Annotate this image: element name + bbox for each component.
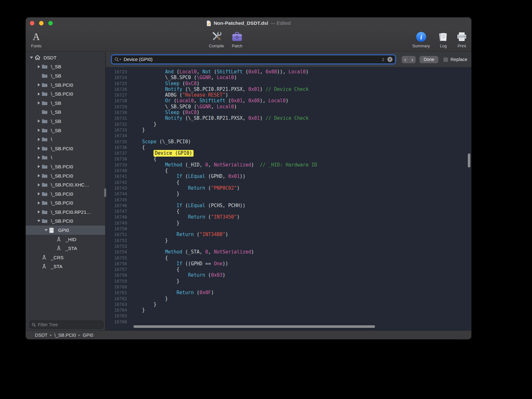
code-line: 16724 \_SB.SPC0 (\GGNR, Local0) bbox=[106, 75, 471, 80]
code-text: Scope (\_SB.PCI0) bbox=[127, 139, 191, 145]
disclosure-triangle-icon[interactable] bbox=[36, 138, 42, 141]
code-text: Or (Local0, ShiftLeft (0x01, 0x08), Loca… bbox=[127, 98, 289, 104]
toolbar-summary-button[interactable]: i Summary bbox=[412, 30, 430, 48]
code-line: 16736 { bbox=[106, 145, 471, 150]
line-number: 16747 bbox=[106, 208, 127, 214]
window-title: Non-Patched_DSDT.dsl — Edited bbox=[26, 17, 471, 29]
tree-item-sta[interactable]: _STA bbox=[26, 262, 105, 271]
disclosure-triangle-icon[interactable] bbox=[36, 165, 42, 168]
find-input[interactable]: Device (GPI0) 2 × bbox=[112, 55, 395, 64]
tree-item-sb[interactable]: \_SB bbox=[26, 71, 105, 80]
close-window-button[interactable] bbox=[30, 21, 34, 25]
replace-checkbox[interactable] bbox=[443, 57, 448, 62]
tree-item-sb[interactable]: \_SB bbox=[26, 108, 105, 117]
disclosure-triangle-icon[interactable] bbox=[36, 174, 42, 177]
search-menu-icon[interactable] bbox=[114, 57, 122, 62]
code-line: 16742 { bbox=[106, 179, 471, 185]
toolbar-patch-button[interactable]: Patch bbox=[232, 30, 242, 48]
code-line: 16750 bbox=[106, 226, 471, 232]
disclosure-triangle-icon[interactable] bbox=[36, 92, 42, 96]
tree-item-sbpci0[interactable]: \_SB.PCI0 bbox=[26, 217, 105, 226]
tree-item-sb[interactable]: \_SB bbox=[26, 98, 105, 108]
disclosure-triangle-icon[interactable] bbox=[36, 183, 42, 186]
disclosure-triangle-icon[interactable] bbox=[36, 201, 42, 205]
filter-tree-input[interactable]: Filter Tree bbox=[29, 321, 104, 329]
tree-item-crs[interactable]: _CRS bbox=[26, 253, 105, 262]
disclosure-triangle-icon[interactable] bbox=[36, 65, 42, 68]
tree-item-sbpci0rp21[interactable]: \_SB.PCI0.RP21… bbox=[26, 207, 105, 217]
tree-item-sbpci0[interactable]: \_SB.PCI0 bbox=[26, 199, 105, 208]
disclosure-triangle-icon[interactable] bbox=[36, 129, 42, 132]
horizontal-scrollbar[interactable] bbox=[133, 325, 375, 328]
breadcrumb-item[interactable]: DSDT bbox=[35, 333, 47, 338]
tree-item-dsdt[interactable]: DSDT bbox=[26, 53, 105, 62]
breadcrumb-item[interactable]: GPI0 bbox=[83, 333, 93, 338]
tree-item-sbpci0xhc[interactable]: \_SB.PCI0.XHC… bbox=[26, 180, 105, 189]
tree-item-sb[interactable]: \_SB bbox=[26, 62, 105, 71]
method-icon bbox=[56, 237, 65, 242]
code-text: \_SB.SPC0 (\GGNR, Local0) bbox=[127, 75, 237, 80]
code-text: } bbox=[127, 278, 180, 284]
disclosure-triangle-icon[interactable] bbox=[36, 156, 42, 159]
line-number: 16746 bbox=[106, 203, 127, 208]
tree-item-[interactable]: \ bbox=[26, 135, 105, 144]
disclosure-triangle-icon[interactable] bbox=[36, 101, 42, 105]
editor-pane: Device (GPI0) 2 × ‹ › Done Replace 16723… bbox=[106, 52, 471, 330]
tree-item-label: GPI0 bbox=[58, 227, 69, 233]
disclosure-triangle-icon[interactable] bbox=[36, 220, 42, 222]
tree-item-sbpci0[interactable]: \_SB.PCI0 bbox=[26, 171, 105, 180]
find-prev-next-group: ‹ › bbox=[402, 56, 416, 63]
toolbar-print-button[interactable]: Print bbox=[456, 30, 467, 48]
tree-item-sb[interactable]: \_SB bbox=[26, 126, 105, 135]
folder-icon bbox=[42, 200, 50, 205]
find-next-button[interactable]: › bbox=[409, 56, 416, 63]
clear-search-icon[interactable]: × bbox=[387, 57, 392, 62]
code-lines: 16723 And (Local0, Not (ShiftLeft (0x01,… bbox=[106, 67, 471, 325]
tree-item-sbpci0[interactable]: \_SB.PCI0 bbox=[26, 189, 105, 199]
disclosure-triangle-icon[interactable] bbox=[43, 229, 49, 231]
code-line: 16752 } bbox=[106, 238, 471, 243]
tree-item-sbpci0[interactable]: \_SB.PCI0 bbox=[26, 80, 105, 90]
line-number: 16742 bbox=[106, 179, 127, 185]
titlebar: Non-Patched_DSDT.dsl — Edited bbox=[26, 17, 471, 29]
vertical-scrollbar[interactable] bbox=[468, 153, 470, 167]
tree-item-sbpci0[interactable]: \_SB.PCI0 bbox=[26, 144, 105, 153]
breadcrumb-item[interactable]: \_SB.PCI0 bbox=[54, 333, 76, 338]
minimize-window-button[interactable] bbox=[39, 21, 44, 25]
tree-item-sbpci0[interactable]: \_SB.PCI0 bbox=[26, 162, 105, 171]
tree-item-sb[interactable]: \_SB bbox=[26, 117, 105, 126]
tree-item-gpi0[interactable]: GPI0 bbox=[26, 226, 105, 235]
document-icon bbox=[206, 20, 211, 26]
tree-item-label: \_SB.PCI0 bbox=[51, 91, 73, 97]
code-line: 16726 Notify (\_SB.PCI0.RP21.PXSX, 0x01)… bbox=[106, 86, 471, 92]
method-icon bbox=[42, 264, 50, 269]
splitter-handle[interactable] bbox=[104, 188, 106, 197]
tree-item-label: _STA bbox=[51, 264, 62, 269]
disclosure-triangle-icon[interactable] bbox=[36, 192, 42, 195]
disclosure-triangle-icon[interactable] bbox=[36, 119, 42, 123]
done-button[interactable]: Done bbox=[419, 56, 438, 63]
disclosure-triangle-icon[interactable] bbox=[36, 83, 42, 86]
tree-item-label: DSDT bbox=[44, 55, 57, 60]
zoom-window-button[interactable] bbox=[48, 21, 53, 25]
tree-item-sta[interactable]: _STA bbox=[26, 244, 105, 253]
code-line: 16732 } bbox=[106, 121, 471, 127]
tree-item-sbpci0[interactable]: \_SB.PCI0 bbox=[26, 89, 105, 98]
disclosure-triangle-icon[interactable] bbox=[29, 57, 34, 59]
disclosure-triangle-icon[interactable] bbox=[36, 147, 42, 150]
line-number: 16731 bbox=[106, 115, 127, 121]
toolbar-summary-label: Summary bbox=[412, 44, 430, 48]
code-editor[interactable]: 16723 And (Local0, Not (ShiftLeft (0x01,… bbox=[106, 67, 471, 330]
toolbar-compile-button[interactable]: Compile bbox=[209, 30, 224, 48]
toolbar-log-button[interactable]: Log bbox=[438, 30, 449, 48]
tree-item-[interactable]: \ bbox=[26, 153, 105, 162]
line-number: 16762 bbox=[106, 296, 127, 301]
toolbar-fonts-button[interactable]: A Fonts bbox=[31, 30, 42, 48]
folder-icon bbox=[42, 137, 50, 142]
code-line: 16734 bbox=[106, 133, 471, 139]
disclosure-triangle-icon[interactable] bbox=[36, 210, 42, 213]
printer-icon bbox=[456, 30, 467, 43]
code-text bbox=[127, 319, 131, 325]
tree-item-hid[interactable]: _HID bbox=[26, 235, 105, 244]
find-previous-button[interactable]: ‹ bbox=[402, 56, 409, 63]
